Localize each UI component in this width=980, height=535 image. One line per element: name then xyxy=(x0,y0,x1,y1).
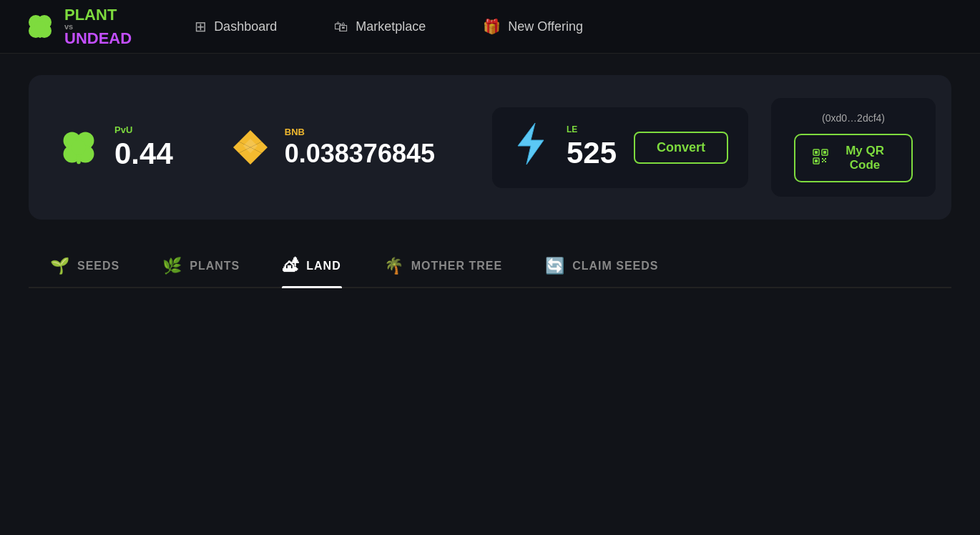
pvu-balance-info: PvU 0.44 xyxy=(114,124,173,171)
bnb-label: BNB xyxy=(285,127,435,137)
mother-tree-icon: 🌴 xyxy=(384,257,404,275)
pvu-label: PvU xyxy=(114,124,173,135)
svg-rect-23 xyxy=(815,159,818,162)
le-balance-info: LE 525 xyxy=(567,124,617,170)
tabs-section: 🌱 SEEDS 🌿 PLANTS 🏕 LAND 🌴 MOTHER TREE 🔄 … xyxy=(29,248,951,288)
nav-marketplace-label: Marketplace xyxy=(356,19,426,34)
svg-point-4 xyxy=(34,21,46,32)
svg-rect-19 xyxy=(815,151,818,154)
qr-code-button[interactable]: My QR Code xyxy=(794,134,913,182)
pvu-value: 0.44 xyxy=(114,137,173,171)
svg-rect-28 xyxy=(823,159,825,161)
tab-plants[interactable]: 🌿 PLANTS xyxy=(141,248,261,287)
tab-land[interactable]: 🏕 LAND xyxy=(261,248,362,287)
qr-icon xyxy=(813,149,828,168)
qr-section: (0xd0…2dcf4) xyxy=(771,98,936,197)
main-content: PvU 0.44 BNB 0.038376845 xyxy=(0,54,980,310)
svg-point-10 xyxy=(72,140,87,155)
nav-dashboard[interactable]: ⊞ Dashboard xyxy=(166,0,305,54)
wallet-card: PvU 0.44 BNB 0.038376845 xyxy=(29,75,951,220)
marketplace-icon: 🛍 xyxy=(334,19,348,35)
tab-claim-seeds[interactable]: 🔄 CLAIM SEEDS xyxy=(524,248,680,287)
tab-seeds[interactable]: 🌱 SEEDS xyxy=(29,248,141,287)
convert-button[interactable]: Convert xyxy=(634,132,728,164)
tab-mother-tree-label: MOTHER TREE xyxy=(411,260,502,273)
bnb-balance-section: BNB 0.038376845 xyxy=(230,127,435,169)
le-value: 525 xyxy=(567,136,617,170)
tab-land-label: LAND xyxy=(306,260,340,273)
bnb-balance-info: BNB 0.038376845 xyxy=(285,127,435,169)
logo-icon xyxy=(23,9,57,44)
tab-plants-label: PLANTS xyxy=(190,260,240,273)
svg-rect-24 xyxy=(822,158,823,159)
tab-seeds-label: SEEDS xyxy=(77,260,119,273)
nav-new-offering[interactable]: 🎁 New Offering xyxy=(454,0,612,54)
le-label: LE xyxy=(567,124,617,134)
seeds-icon: 🌱 xyxy=(50,257,70,275)
nav-items: ⊞ Dashboard 🛍 Marketplace 🎁 New Offering xyxy=(166,0,612,54)
bnb-value: 0.038376845 xyxy=(285,139,435,169)
pvu-icon xyxy=(57,126,100,169)
qr-button-label: My QR Code xyxy=(836,144,894,172)
navbar: PLANT vs UNDEAD ⊞ Dashboard 🛍 Marketplac… xyxy=(0,0,980,54)
bnb-icon xyxy=(230,127,270,167)
land-icon: 🏕 xyxy=(283,257,299,275)
svg-rect-26 xyxy=(822,161,823,162)
pvu-balance-section: PvU 0.44 xyxy=(57,124,173,171)
claim-seeds-icon: 🔄 xyxy=(545,257,565,275)
svg-rect-21 xyxy=(823,151,826,154)
tab-mother-tree[interactable]: 🌴 MOTHER TREE xyxy=(363,248,524,287)
le-section: LE 525 Convert xyxy=(492,107,748,188)
lightning-icon xyxy=(512,122,549,174)
svg-rect-11 xyxy=(77,156,81,164)
wallet-address: (0xd0…2dcf4) xyxy=(822,112,885,124)
logo-undead-text: UNDEAD xyxy=(64,31,132,46)
svg-marker-17 xyxy=(518,123,544,165)
nav-new-offering-label: New Offering xyxy=(508,19,583,34)
new-offering-icon: 🎁 xyxy=(483,18,501,35)
tab-claim-seeds-label: CLAIM SEEDS xyxy=(572,260,658,273)
dashboard-icon: ⊞ xyxy=(195,18,207,35)
svg-rect-25 xyxy=(825,158,826,159)
logo[interactable]: PLANT vs UNDEAD xyxy=(23,7,132,46)
svg-rect-5 xyxy=(39,32,41,38)
nav-marketplace[interactable]: 🛍 Marketplace xyxy=(305,0,454,54)
nav-dashboard-label: Dashboard xyxy=(214,19,277,34)
svg-rect-27 xyxy=(825,161,826,162)
logo-plant-text: PLANT xyxy=(64,6,117,24)
plants-icon: 🌿 xyxy=(162,257,182,275)
